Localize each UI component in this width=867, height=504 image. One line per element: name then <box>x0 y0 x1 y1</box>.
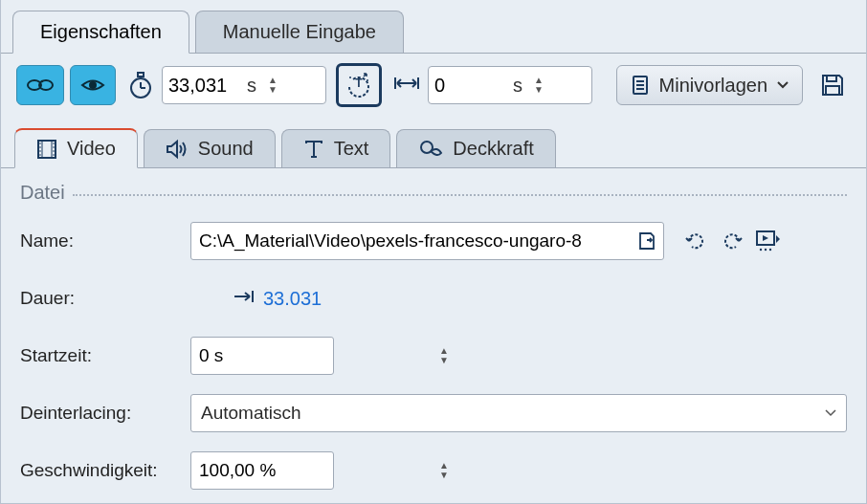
start-time-spinner[interactable]: ▲▼ <box>190 337 334 375</box>
tab-text-label: Text <box>334 138 369 160</box>
rotate-ccw-button[interactable] <box>678 223 714 259</box>
svg-point-36 <box>769 249 771 251</box>
svg-point-25 <box>39 146 41 148</box>
start-time-label: Startzeit: <box>20 345 190 366</box>
spinner-arrows[interactable]: ▲▼ <box>434 461 455 480</box>
duration-spinner[interactable]: s ▲▼ <box>162 66 326 104</box>
tab-opacity-label: Deckkraft <box>453 138 533 160</box>
svg-point-2 <box>41 80 44 83</box>
play-menu-button[interactable] <box>750 223 787 259</box>
section-file-label: Datei <box>20 182 65 204</box>
tab-video-label: Video <box>67 138 116 160</box>
main-tabs: Eigenschaften Manuelle Eingabe <box>1 0 866 54</box>
opacity-icon <box>418 139 443 160</box>
spinner-arrows[interactable]: ▲▼ <box>434 346 455 365</box>
svg-point-26 <box>39 150 41 152</box>
duration-input[interactable] <box>163 71 241 100</box>
offset-spinner[interactable]: s ▲▼ <box>428 66 592 104</box>
visibility-button[interactable] <box>70 65 116 105</box>
svg-text:T: T <box>355 77 363 90</box>
tab-properties[interactable]: Eigenschaften <box>12 11 189 54</box>
svg-rect-19 <box>827 76 836 81</box>
chevron-down-icon <box>825 409 836 417</box>
auto-time-icon: T <box>345 72 372 99</box>
name-label: Name: <box>20 230 190 252</box>
linked-eye-icon <box>27 77 54 94</box>
duration-value-link[interactable]: 33.031 <box>263 288 322 310</box>
save-icon <box>820 73 845 98</box>
deinterlacing-select[interactable]: Automatisch <box>190 394 847 432</box>
deinterlacing-value: Automatisch <box>201 403 301 424</box>
speed-input[interactable] <box>191 456 434 485</box>
offset-unit-label: s <box>507 75 528 97</box>
link-visible-button[interactable] <box>16 65 64 105</box>
tab-opacity[interactable]: Deckkraft <box>396 129 555 167</box>
content: Datei Name: <box>1 168 866 504</box>
file-path-field[interactable] <box>190 222 664 260</box>
film-icon <box>36 139 57 160</box>
svg-rect-5 <box>138 73 144 77</box>
width-arrows-icon <box>393 74 420 98</box>
tab-sound-label: Sound <box>198 138 254 160</box>
template-list-icon <box>631 75 650 96</box>
svg-rect-20 <box>826 86 839 95</box>
svg-point-31 <box>53 154 55 156</box>
duration-unit-label: s <box>241 75 262 97</box>
toolbar: s ▲▼ T s ▲▼ <box>1 54 866 117</box>
chevron-down-icon <box>777 81 789 89</box>
sub-tabs: Video Sound Text Deckkraft <box>1 117 866 168</box>
browse-button[interactable] <box>631 230 663 252</box>
svg-point-35 <box>765 249 767 251</box>
svg-point-11 <box>367 79 368 81</box>
spinner-arrows[interactable]: ▲▼ <box>262 76 283 95</box>
svg-point-28 <box>53 142 55 144</box>
duration-label: Dauer: <box>20 288 190 309</box>
svg-point-29 <box>53 146 55 148</box>
offset-input[interactable] <box>429 71 507 100</box>
svg-point-24 <box>39 142 41 144</box>
rotate-ccw-icon <box>683 229 708 253</box>
svg-point-30 <box>53 150 55 152</box>
svg-point-3 <box>89 81 97 89</box>
auto-time-button[interactable]: T <box>336 63 382 107</box>
goto-end-icon[interactable] <box>233 288 256 310</box>
svg-point-10 <box>349 77 351 78</box>
stopwatch-icon <box>127 71 154 99</box>
start-time-input[interactable] <box>191 341 434 370</box>
tab-manual-input[interactable]: Manuelle Eingabe <box>195 11 404 53</box>
spinner-arrows[interactable]: ▲▼ <box>528 76 549 95</box>
text-icon <box>303 139 324 160</box>
deinterlacing-label: Deinterlacing: <box>20 403 190 424</box>
eye-icon <box>80 77 105 94</box>
svg-point-27 <box>39 154 41 156</box>
open-file-icon <box>637 230 656 252</box>
file-path-input[interactable] <box>191 227 631 255</box>
section-file: Datei <box>20 182 847 204</box>
play-menu-icon <box>755 230 782 252</box>
rotate-cw-button[interactable] <box>714 223 750 259</box>
speed-spinner[interactable]: ▲▼ <box>190 451 334 490</box>
tab-sound[interactable]: Sound <box>144 129 276 167</box>
speed-label: Geschwindigkeit: <box>20 460 190 481</box>
mini-templates-button[interactable]: Minivorlagen <box>616 65 803 105</box>
rotate-cw-icon <box>720 229 745 253</box>
tab-text[interactable]: Text <box>281 129 391 167</box>
tab-video[interactable]: Video <box>14 128 138 168</box>
sound-icon <box>166 139 189 160</box>
mini-templates-label: Minivorlagen <box>659 75 767 97</box>
svg-point-34 <box>760 249 762 251</box>
save-button[interactable] <box>814 67 851 103</box>
